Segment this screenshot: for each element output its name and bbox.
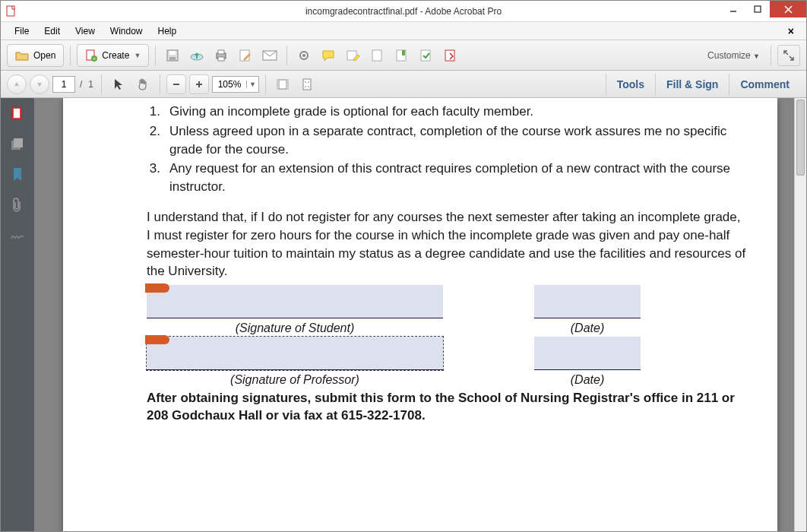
vertical-scrollbar[interactable]	[794, 98, 806, 532]
menu-edit[interactable]: Edit	[36, 24, 68, 38]
pages-button[interactable]	[9, 136, 26, 153]
signatures-button[interactable]	[9, 227, 26, 244]
submit-instructions: After obtaining signatures, submit this …	[147, 390, 747, 425]
customize-button[interactable]: Customize ▼	[707, 50, 764, 61]
save-icon	[166, 49, 179, 62]
document-viewport[interactable]: 1.Giving an incomplete grade is optional…	[34, 98, 806, 532]
attachments-button[interactable]	[9, 197, 26, 214]
sign-here-tag-icon	[145, 335, 169, 344]
svg-rect-20	[372, 50, 381, 61]
zoom-in-button[interactable]	[189, 74, 209, 94]
scrollbar-thumb[interactable]	[796, 100, 805, 176]
comment-panel-button[interactable]: Comment	[729, 74, 800, 95]
page-up-button[interactable]	[7, 74, 27, 94]
menu-file[interactable]: File	[7, 24, 36, 38]
tools-panel-button[interactable]: Tools	[606, 74, 655, 95]
svg-text:+: +	[93, 56, 96, 62]
date-label: (Date)	[571, 373, 604, 387]
maximize-button[interactable]	[745, 1, 770, 17]
open-label: Open	[33, 50, 55, 61]
date-label: (Date)	[571, 321, 604, 335]
chevron-down-icon: ▼	[134, 52, 141, 59]
page-sep: /	[78, 79, 84, 90]
create-button[interactable]: + Create ▼	[77, 44, 149, 67]
save-button[interactable]	[162, 45, 183, 66]
svg-rect-33	[14, 109, 20, 118]
printer-icon	[214, 49, 228, 62]
svg-rect-29	[277, 79, 279, 90]
highlight-icon	[346, 49, 359, 62]
svg-rect-9	[169, 51, 176, 55]
fullscreen-button[interactable]	[777, 45, 800, 66]
page-total: 1	[87, 79, 95, 90]
svg-rect-31	[303, 79, 311, 90]
page-export-icon	[444, 49, 456, 62]
minimize-button[interactable]	[721, 1, 745, 17]
list-item: 2.Unless agreed upon in a separate contr…	[147, 122, 747, 159]
select-tool-button[interactable]	[108, 74, 129, 95]
list-item: 3.Any request for an extension of this c…	[147, 160, 747, 196]
close-button[interactable]	[770, 1, 806, 17]
main-toolbar: Open + Create ▼ Customize ▼	[1, 40, 806, 71]
student-signature-field[interactable]	[147, 285, 443, 318]
menu-help[interactable]: Help	[150, 24, 185, 38]
fit-page-button[interactable]	[296, 74, 318, 95]
plus-icon	[195, 80, 204, 89]
stamp-button[interactable]	[366, 45, 388, 66]
app-icon	[5, 5, 17, 17]
signature-icon	[10, 230, 25, 242]
speech-bubble-icon	[321, 49, 335, 62]
cloud-upload-icon	[189, 49, 204, 62]
page-icon	[371, 49, 383, 62]
email-button[interactable]	[259, 45, 280, 66]
settings-button[interactable]	[293, 45, 315, 66]
svg-rect-30	[286, 79, 289, 90]
arrow-up-icon	[13, 81, 21, 88]
page-check-icon	[419, 49, 432, 62]
svg-rect-10	[169, 57, 176, 60]
separator	[771, 46, 771, 65]
highlight-button[interactable]	[342, 45, 363, 66]
list-number: 2.	[147, 122, 169, 159]
hand-tool-button[interactable]	[132, 74, 153, 95]
bookmark-button[interactable]	[391, 45, 412, 66]
fit-width-button[interactable]	[272, 74, 293, 95]
open-button[interactable]: Open	[7, 44, 64, 67]
numbered-list: 1.Giving an incomplete grade is optional…	[147, 103, 747, 196]
list-text: Unless agreed upon in a separate contrac…	[169, 122, 747, 159]
fill-sign-panel-button[interactable]: Fill & Sign	[655, 74, 729, 95]
list-text: Giving an incomplete grade is optional f…	[169, 103, 747, 121]
paragraph: I understand that, if I do not register …	[147, 208, 747, 280]
professor-date-field[interactable]	[534, 337, 641, 370]
minus-icon	[172, 80, 181, 89]
print-button[interactable]	[210, 45, 232, 66]
export-button[interactable]	[439, 45, 460, 66]
edit-text-button[interactable]	[235, 45, 256, 66]
svg-rect-35	[14, 138, 23, 147]
folder-open-icon	[15, 50, 29, 61]
document-close-button[interactable]: ×	[780, 24, 802, 39]
comment-bubble-button[interactable]	[318, 45, 339, 66]
create-label: Create	[102, 50, 129, 61]
professor-signature-field[interactable]	[147, 337, 443, 370]
pdf-page: 1.Giving an incomplete grade is optional…	[63, 98, 777, 532]
menu-window[interactable]: Window	[103, 24, 150, 38]
page-number-input[interactable]	[52, 76, 75, 93]
student-date-field[interactable]	[534, 285, 641, 318]
chevron-down-icon: ▼	[246, 81, 258, 88]
zoom-select[interactable]: 105% ▼	[212, 76, 259, 93]
zoom-value: 105%	[213, 79, 246, 90]
student-signature-label: (Signature of Student)	[236, 321, 355, 335]
zoom-out-button[interactable]	[166, 74, 186, 94]
cloud-button[interactable]	[186, 45, 207, 66]
pages-stack-icon	[10, 138, 25, 151]
svg-rect-13	[218, 50, 224, 54]
hand-icon	[136, 78, 150, 91]
check-button[interactable]	[415, 45, 436, 66]
bookmarks-button[interactable]	[9, 166, 26, 183]
svg-rect-23	[421, 50, 430, 61]
page-down-button[interactable]	[30, 74, 49, 94]
thumbnails-button[interactable]	[9, 106, 26, 122]
menu-view[interactable]: View	[68, 24, 103, 38]
window-title: incomgradecontractfinal.pdf - Adobe Acro…	[305, 6, 502, 17]
